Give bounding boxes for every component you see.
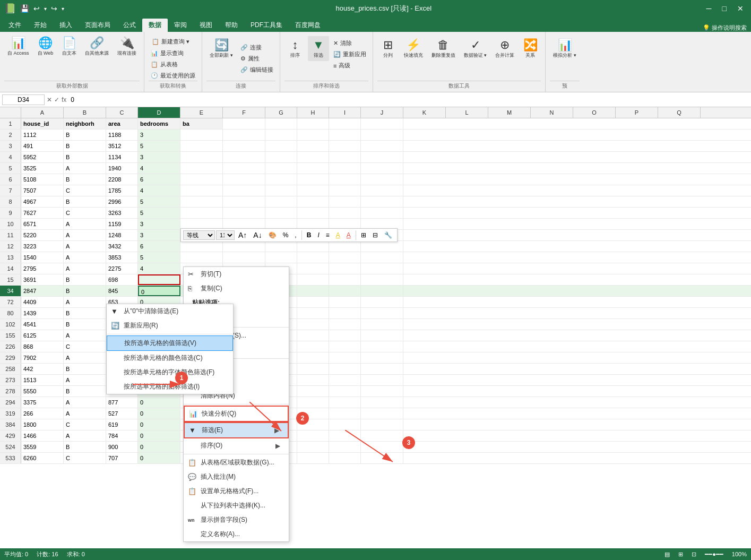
cell-B80[interactable]: B	[64, 308, 106, 318]
cell-I229[interactable]	[329, 352, 361, 363]
cell-I155[interactable]	[329, 330, 361, 341]
cell-C533[interactable]: 707	[106, 453, 138, 463]
cell-J278[interactable]	[361, 386, 403, 397]
col-header-B[interactable]: B	[64, 107, 106, 118]
tab-baidu[interactable]: 百度网盘	[289, 19, 327, 32]
cell-E6[interactable]	[180, 174, 223, 185]
cell-B3[interactable]: B	[64, 141, 106, 151]
cell-B7[interactable]: C	[64, 185, 106, 196]
color-picker-icon[interactable]: 🎨	[266, 230, 279, 240]
col-header-E[interactable]: E	[180, 107, 223, 118]
cell-F1[interactable]	[223, 118, 265, 129]
flash-fill-btn[interactable]: ⚡ 快速填充	[401, 36, 426, 61]
ctx-phonetic[interactable]: wn 显示拼音字段(S)	[184, 513, 289, 527]
cell-J72[interactable]	[361, 297, 403, 307]
cell-H3[interactable]	[297, 141, 329, 151]
cell-A429[interactable]: 1466	[21, 430, 64, 441]
cell-F7[interactable]	[223, 185, 265, 196]
cell-B5[interactable]: A	[64, 163, 106, 174]
advanced-btn[interactable]: ≡高级	[331, 61, 368, 71]
cell-G8[interactable]	[265, 196, 297, 207]
cell-D6[interactable]: 6	[138, 174, 180, 185]
cell-A14[interactable]: 2795	[21, 263, 64, 274]
col-header-D[interactable]: D	[138, 107, 180, 118]
ctx-format-cell[interactable]: 📋 设置单元格格式(F)...	[184, 484, 289, 498]
cell-H72[interactable]	[297, 297, 329, 307]
tab-file[interactable]: 文件	[2, 19, 28, 32]
cell-I7[interactable]	[329, 185, 361, 196]
percent-icon[interactable]: %	[280, 230, 291, 240]
tab-pdf[interactable]: PDF工具集	[244, 19, 289, 32]
cell-E7[interactable]	[180, 185, 223, 196]
minimize-btn[interactable]: ─	[703, 4, 715, 13]
cell-I2[interactable]	[329, 130, 361, 140]
cell-C12[interactable]: 3432	[106, 241, 138, 252]
cell-H226[interactable]	[297, 341, 329, 352]
cell-B533[interactable]: C	[64, 453, 106, 463]
edit-links-btn[interactable]: 🔗编辑链接	[238, 65, 275, 75]
existing-connections-btn[interactable]: 🔌 现有连接	[114, 34, 140, 59]
cell-F6[interactable]	[223, 174, 265, 185]
cell-C15[interactable]: 698	[106, 274, 138, 285]
cell-I4[interactable]	[329, 152, 361, 162]
cell-J273[interactable]	[361, 375, 403, 385]
cell-B10[interactable]: A	[64, 219, 106, 229]
cell-D8[interactable]: 5	[138, 196, 180, 207]
cell-B258[interactable]: B	[64, 364, 106, 374]
cell-D2[interactable]: 3	[138, 130, 180, 140]
col-header-G[interactable]: G	[265, 107, 297, 118]
comma-icon[interactable]: ,	[292, 230, 299, 240]
col-header-H[interactable]: H	[297, 107, 329, 118]
cell-C7[interactable]: 1785	[106, 185, 138, 196]
font-color-btn[interactable]: A	[344, 230, 353, 240]
connections-btn[interactable]: 🔗连接	[238, 42, 275, 53]
font-size-increase-icon[interactable]: A↑	[236, 230, 249, 240]
cell-E13[interactable]	[180, 252, 223, 263]
redo-icon[interactable]: ↪	[51, 4, 57, 13]
cell-H10[interactable]	[297, 219, 329, 229]
ctx-define-name[interactable]: 定义名称(A)...	[184, 527, 289, 541]
cell-B15[interactable]: B	[64, 274, 106, 285]
cell-A226[interactable]: 868	[21, 341, 64, 352]
cell-G10[interactable]	[265, 219, 297, 229]
cell-A11[interactable]: 5220	[21, 230, 64, 240]
cell-J3[interactable]	[361, 141, 403, 151]
other-sources-btn[interactable]: 🔗 自其他来源	[82, 34, 112, 59]
cell-A155[interactable]: 6125	[21, 330, 64, 341]
submenu-clear-filter[interactable]: ▼ 从"0"中清除筛选(E)	[107, 304, 233, 318]
cell-H9[interactable]	[297, 208, 329, 218]
cell-J258[interactable]	[361, 364, 403, 374]
zoom-slider[interactable]: ━━●━━	[705, 551, 723, 558]
cell-I102[interactable]	[329, 319, 361, 330]
merge-btn[interactable]: ⊟	[370, 230, 381, 240]
cell-H4[interactable]	[297, 152, 329, 162]
view-normal-icon[interactable]: ▤	[664, 551, 670, 558]
tab-insert[interactable]: 插入	[53, 19, 79, 32]
ctx-insert-comment[interactable]: 💬 插入批注(M)	[184, 470, 289, 484]
cell-J9[interactable]	[361, 208, 403, 218]
cell-A273[interactable]: 1513	[21, 375, 64, 385]
cell-C8[interactable]: 2996	[106, 196, 138, 207]
cell-C10[interactable]: 1159	[106, 219, 138, 229]
cell-H102[interactable]	[297, 319, 329, 330]
cell-E5[interactable]	[180, 163, 223, 174]
cell-D1[interactable]: bedrooms	[138, 118, 180, 129]
cell-A258[interactable]: 442	[21, 364, 64, 374]
cell-D384[interactable]: 0	[138, 419, 180, 430]
view-page-icon[interactable]: ⊡	[692, 551, 696, 558]
cell-C384[interactable]: 619	[106, 419, 138, 430]
cell-D4[interactable]: 3	[138, 152, 180, 162]
col-header-O[interactable]: O	[573, 107, 616, 118]
cell-C1[interactable]: area	[106, 118, 138, 129]
tab-home[interactable]: 开始	[28, 19, 53, 32]
cell-C11[interactable]: 1248	[106, 230, 138, 240]
customize-icon[interactable]: ▾	[62, 6, 64, 12]
cell-B226[interactable]: C	[64, 341, 106, 352]
cell-J13[interactable]	[361, 252, 403, 263]
cell-C2[interactable]: 1188	[106, 130, 138, 140]
cell-B273[interactable]: A	[64, 375, 106, 385]
submenu-filter-by-color[interactable]: 按所选单元格的颜色筛选(C)	[107, 351, 233, 365]
cell-B6[interactable]: B	[64, 174, 106, 185]
cell-A294[interactable]: 3375	[21, 397, 64, 408]
cell-B72[interactable]: A	[64, 297, 106, 307]
